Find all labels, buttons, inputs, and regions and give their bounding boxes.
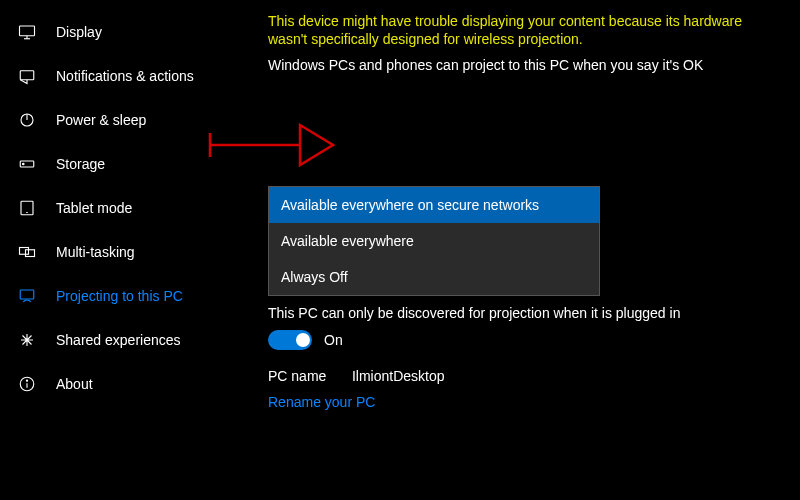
sidebar-item-label: Notifications & actions <box>56 68 194 84</box>
projection-permission-dropdown[interactable]: First time only Available everywhere on … <box>268 186 598 218</box>
hardware-warning: This device might have trouble displayin… <box>268 12 780 48</box>
rename-pc-link[interactable]: Rename your PC <box>268 394 780 410</box>
svg-rect-10 <box>20 248 29 255</box>
tablet-icon <box>18 199 36 217</box>
sidebar-item-label: Display <box>56 24 102 40</box>
pc-name-row: PC name IlmiontDesktop <box>268 368 780 384</box>
sidebar: Display Notifications & actions Power & … <box>0 0 260 500</box>
svg-rect-0 <box>20 26 35 36</box>
option-secure-networks[interactable]: Available everywhere on secure networks <box>269 187 599 223</box>
svg-point-7 <box>23 163 25 165</box>
pc-name-value: IlmiontDesktop <box>352 368 445 384</box>
shared-icon <box>18 331 36 349</box>
main-content: This device might have trouble displayin… <box>260 0 800 500</box>
sidebar-item-multitasking[interactable]: Multi-tasking <box>0 230 260 274</box>
svg-rect-11 <box>26 250 35 257</box>
sidebar-item-tablet-mode[interactable]: Tablet mode <box>0 186 260 230</box>
sidebar-item-label: Shared experiences <box>56 332 181 348</box>
power-icon <box>18 111 36 129</box>
projection-options-list: Available everywhere on secure networks … <box>268 186 600 296</box>
sidebar-item-label: Multi-tasking <box>56 244 135 260</box>
sidebar-item-label: About <box>56 376 93 392</box>
discovery-state: On <box>324 332 343 348</box>
sidebar-item-notifications[interactable]: Notifications & actions <box>0 54 260 98</box>
discovery-label: This PC can only be discovered for proje… <box>268 304 780 322</box>
sidebar-item-display[interactable]: Display <box>0 10 260 54</box>
svg-point-15 <box>26 380 27 381</box>
about-icon <box>18 375 36 393</box>
pc-name-label: PC name <box>268 368 348 384</box>
projecting-icon <box>18 287 36 305</box>
sidebar-item-label: Power & sleep <box>56 112 146 128</box>
svg-rect-12 <box>20 290 34 299</box>
multitasking-icon <box>18 243 36 261</box>
projection-permission-label: Windows PCs and phones can project to th… <box>268 56 780 74</box>
sidebar-item-shared[interactable]: Shared experiences <box>0 318 260 362</box>
option-everywhere[interactable]: Available everywhere <box>269 223 599 259</box>
sidebar-item-power[interactable]: Power & sleep <box>0 98 260 142</box>
sidebar-item-storage[interactable]: Storage <box>0 142 260 186</box>
sidebar-item-label: Tablet mode <box>56 200 132 216</box>
sidebar-item-about[interactable]: About <box>0 362 260 406</box>
option-always-off[interactable]: Always Off <box>269 259 599 295</box>
display-icon <box>18 23 36 41</box>
storage-icon <box>18 155 36 173</box>
sidebar-item-label: Storage <box>56 156 105 172</box>
discovery-toggle[interactable] <box>268 330 312 350</box>
notifications-icon <box>18 67 36 85</box>
sidebar-item-label: Projecting to this PC <box>56 288 183 304</box>
sidebar-item-projecting[interactable]: Projecting to this PC <box>0 274 260 318</box>
svg-rect-3 <box>20 71 34 80</box>
